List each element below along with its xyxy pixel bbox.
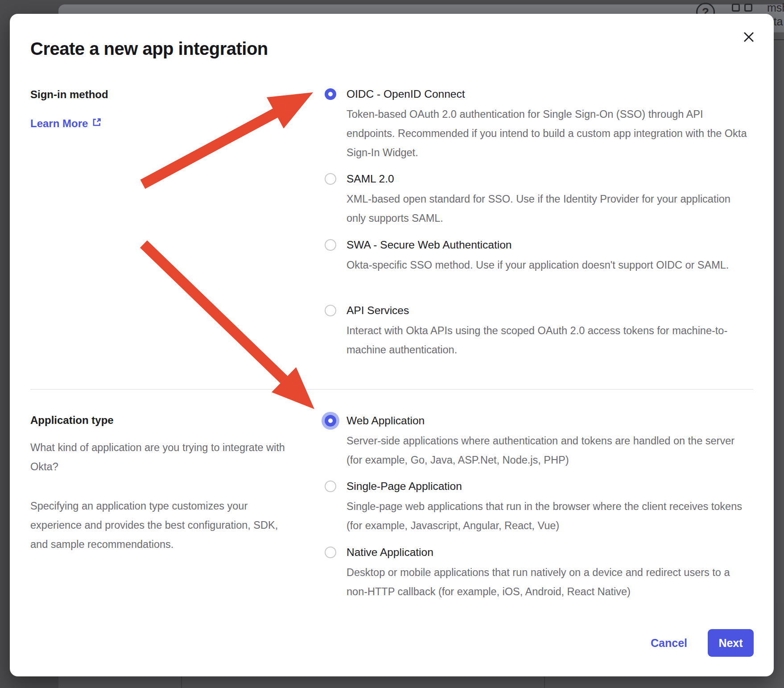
dialog-title: Create a new app integration bbox=[30, 39, 268, 59]
apps-grid-icon bbox=[732, 4, 740, 12]
option-label[interactable]: Native Application bbox=[347, 544, 750, 560]
radio-oidc[interactable] bbox=[325, 88, 336, 100]
option-description: Single-page web applications that run in… bbox=[347, 497, 750, 535]
learn-more-link[interactable]: Learn More bbox=[30, 117, 102, 130]
application-type-question: What kind of application are you trying … bbox=[30, 438, 293, 477]
option-label[interactable]: Single-Page Application bbox=[347, 478, 750, 494]
option-label[interactable]: OIDC - OpenID Connect bbox=[347, 86, 750, 102]
background-user-text: msh bbox=[767, 2, 784, 13]
apptype-option-native[interactable]: Native Application Desktop or mobile app… bbox=[325, 544, 762, 601]
radio-api-services[interactable] bbox=[325, 305, 336, 316]
signin-method-heading: Sign-in method bbox=[30, 88, 108, 101]
close-icon[interactable] bbox=[742, 30, 756, 44]
radio-saml[interactable] bbox=[325, 173, 336, 185]
option-label[interactable]: SWA - Secure Web Authentication bbox=[347, 237, 750, 253]
next-button[interactable]: Next bbox=[708, 629, 754, 657]
section-divider bbox=[30, 389, 753, 390]
radio-single-page-application[interactable] bbox=[325, 481, 336, 492]
radio-web-application[interactable] bbox=[325, 415, 336, 427]
application-type-note: Specifying an application type customize… bbox=[30, 497, 293, 554]
option-description: Token-based OAuth 2.0 authentication for… bbox=[347, 105, 750, 162]
learn-more-label: Learn More bbox=[30, 117, 88, 130]
cancel-button[interactable]: Cancel bbox=[643, 629, 695, 657]
create-app-integration-dialog: Create a new app integration Sign-in met… bbox=[10, 14, 774, 676]
apptype-option-web[interactable]: Web Application Server-side applications… bbox=[325, 413, 762, 470]
option-label[interactable]: Web Application bbox=[347, 413, 750, 429]
application-type-heading: Application type bbox=[30, 414, 114, 427]
option-description: Okta-specific SSO method. Use if your ap… bbox=[347, 256, 750, 275]
apptype-option-spa[interactable]: Single-Page Application Single-page web … bbox=[325, 478, 762, 535]
signin-option-saml[interactable]: SAML 2.0 XML-based open standard for SSO… bbox=[325, 171, 762, 228]
option-description: XML-based open standard for SSO. Use if … bbox=[347, 190, 750, 228]
option-description: Server-side applications where authentic… bbox=[347, 431, 750, 470]
radio-swa[interactable] bbox=[325, 239, 336, 251]
radio-native-application[interactable] bbox=[325, 547, 336, 558]
signin-option-api-services[interactable]: API Services Interact with Okta APIs usi… bbox=[325, 303, 762, 360]
external-link-icon bbox=[92, 117, 102, 130]
option-label[interactable]: API Services bbox=[347, 303, 750, 319]
option-label[interactable]: SAML 2.0 bbox=[347, 171, 750, 187]
apps-grid-icon bbox=[744, 4, 752, 12]
signin-option-swa[interactable]: SWA - Secure Web Authentication Okta-spe… bbox=[325, 237, 762, 275]
option-description: Desktop or mobile applications that run … bbox=[347, 563, 750, 601]
signin-option-oidc[interactable]: OIDC - OpenID Connect Token-based OAuth … bbox=[325, 86, 762, 162]
option-description: Interact with Okta APIs using the scoped… bbox=[347, 321, 750, 360]
